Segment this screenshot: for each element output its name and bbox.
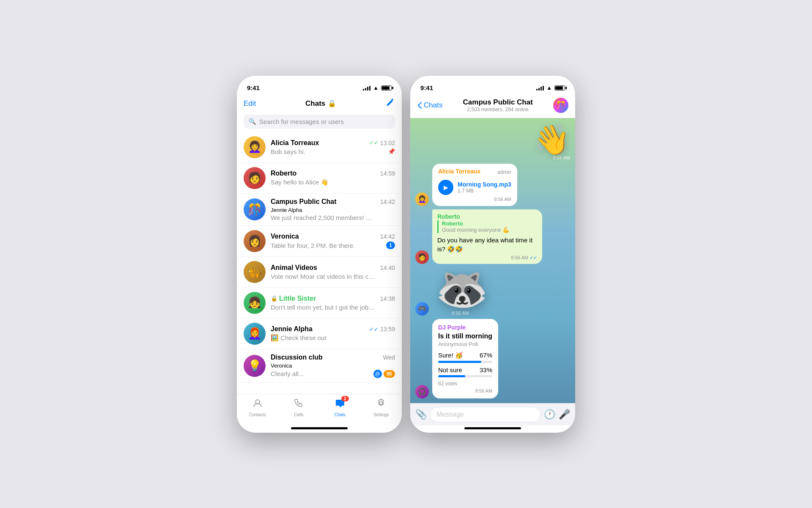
tab-label-chats: Chats (335, 412, 346, 417)
battery-icon (381, 85, 392, 91)
chat-detail-name: Campus Public Chat (446, 98, 550, 107)
chat-name-roberto: Roberto (271, 170, 296, 177)
chat-name-little-sister: Little Sister (279, 295, 316, 302)
chat-item-jennie[interactable]: 👩‍🦰 Jennie Alpha ✓✓ 13:59 🖼️ Check these… (237, 319, 402, 349)
chat-content-little-sister: 🔒 Little Sister 14:38 Don't tell mom yet… (271, 295, 395, 311)
contacts-icon (252, 398, 263, 411)
home-indicator-left (291, 427, 348, 429)
reply-quote-roberto: Roberto Good morning everyone 💪 (437, 220, 537, 233)
chat-time-jennie: 13:59 (380, 326, 395, 332)
chat-time-animal: 14:40 (380, 264, 395, 271)
avatar-animal: 🐆 (244, 261, 266, 283)
chat-name-discussion: Discussion club (271, 354, 323, 361)
chat-content-veronica: Veronica 14:42 Table for four, 2 PM. Be … (271, 233, 395, 249)
audio-size: 1.7 MB (458, 188, 511, 194)
attach-icon[interactable]: 📎 (415, 409, 427, 420)
calls-icon (293, 398, 304, 411)
avatar-discussion: 💡 (244, 355, 266, 377)
chat-content-animal: Animal Videos 14:40 Vote now! Moar cat v… (271, 264, 395, 280)
avatar-msg-alicia: 👩‍🦱 (415, 192, 429, 206)
chats-badge: 2 (341, 396, 349, 401)
chat-item-veronica[interactable]: 👩 Veronica 14:42 Table for four, 2 PM. B… (237, 226, 402, 257)
message-input[interactable]: Message (430, 407, 540, 422)
chat-time-little-sister: 14:38 (380, 295, 395, 302)
chat-detail-info[interactable]: Campus Public Chat 2,503 members, 284 on… (446, 98, 550, 113)
chat-content-discussion: Discussion club Wed Veronica Clearly all… (271, 354, 395, 378)
chat-content-alicia: Alicia Torreaux ✓✓ 13:02 Bob says hi. 📌 (271, 139, 395, 155)
chat-avatar-emoji: 🎊 (556, 101, 565, 110)
chat-preview-little-sister: Don't tell mom yet, but I got the job! I… (271, 304, 376, 311)
tab-calls[interactable]: Calls (278, 398, 320, 417)
avatar-msg-roberto: 🧑 (415, 250, 429, 264)
signal-icon (363, 85, 370, 91)
edit-button[interactable]: Edit (244, 99, 256, 108)
chat-preview-alicia: Bob says hi. (271, 148, 305, 155)
chat-preview-campus: We just reached 2,500 members! WOO! (271, 214, 376, 221)
poll-option-percent-2: 33% (480, 366, 492, 373)
poll-option-1: Sure! 🥳 67% (438, 351, 492, 363)
msg-time-roberto: 8:56 AM ✓✓ (437, 255, 537, 261)
reply-quote-text: Good morning everyone 💪 (442, 227, 537, 233)
chat-content-campus: Campus Public Chat 14:42 Jennie Alpha We… (271, 198, 395, 221)
chat-item-campus[interactable]: 🎊 Campus Public Chat 14:42 Jennie Alpha … (237, 194, 402, 226)
messages-area: 👋 8:56 AM 👩‍🦱 Alicia Torreaux admin (410, 118, 575, 403)
home-indicator-right (464, 427, 521, 429)
poll-question: Is it still morning (438, 332, 492, 340)
chat-item-animal[interactable]: 🐆 Animal Videos 14:40 Vote now! Moar cat… (237, 257, 402, 288)
back-button[interactable]: Chats (417, 101, 442, 110)
admin-badge: admin (497, 169, 511, 175)
poll-bar-1 (438, 361, 481, 363)
chats-title: Chats 🔒 (305, 99, 336, 108)
tab-label-calls: Calls (294, 412, 303, 417)
chat-item-little-sister[interactable]: 👧 🔒 Little Sister 14:38 Don't tell mom y… (237, 288, 402, 319)
poll-option-label-1: Sure! 🥳 (438, 351, 463, 359)
emoji-picker-icon[interactable]: 🕐 (544, 409, 555, 420)
poll-type: Anonymous Poll (438, 341, 492, 347)
poll-bar-2 (438, 375, 465, 377)
signal-icon-right (536, 85, 544, 91)
chat-sub-campus: Jennie Alpha (271, 207, 395, 213)
compose-button[interactable] (386, 98, 395, 110)
message-placeholder: Message (436, 411, 464, 418)
msg-sender-roberto: Roberto (437, 213, 460, 220)
chat-detail-avatar[interactable]: 🎊 (553, 98, 568, 113)
message-roberto: 🧑 Roberto Roberto Good morning everyone … (415, 209, 570, 264)
audio-bubble[interactable]: Alicia Torreaux admin ▶ Morning Song.mp3… (432, 164, 517, 206)
search-bar[interactable]: 🔍 Search for messages or users (244, 115, 395, 129)
avatar-campus: 🎊 (244, 198, 266, 220)
tab-settings[interactable]: Settings (361, 398, 402, 417)
msg-bubble-roberto: Roberto Roberto Good morning everyone 💪 … (432, 209, 542, 264)
mic-icon[interactable]: 🎤 (559, 409, 570, 420)
lock-icon-little-sister: 🔒 (271, 295, 277, 302)
badge-veronica: 1 (386, 242, 395, 249)
chat-preview-discussion: Clearly all... (271, 370, 304, 377)
status-icons-right: ▲ (536, 85, 565, 91)
pin-icon-alicia: 📌 (388, 148, 395, 155)
check-roberto: ✓✓ (529, 255, 537, 260)
chat-time-veronica: 14:42 (380, 233, 395, 240)
sticker-wave: 👋 (533, 122, 570, 157)
chat-preview-roberto: Say hello to Alice 👋 (271, 178, 329, 186)
chat-name-campus: Campus Public Chat (271, 198, 337, 206)
message-wave: 👋 8:56 AM (415, 122, 570, 160)
chat-item-alicia[interactable]: 👩‍🦱 Alicia Torreaux ✓✓ 13:02 Bob says hi… (237, 132, 402, 163)
chat-item-discussion[interactable]: 💡 Discussion club Wed Veronica Clearly a… (237, 349, 402, 383)
settings-icon (376, 398, 387, 411)
avatar-alicia: 👩‍🦱 (244, 136, 266, 158)
messages-content: 👋 8:56 AM 👩‍🦱 Alicia Torreaux admin (410, 118, 575, 403)
chat-name-animal: Animal Videos (271, 264, 317, 272)
nav-bar-left: Edit Chats 🔒 (237, 94, 402, 115)
tab-contacts[interactable]: Contacts (237, 398, 278, 417)
chat-item-roberto[interactable]: 🧑 Roberto 14:59 Say hello to Alice 👋 (237, 163, 402, 194)
play-button[interactable]: ▶ (438, 180, 453, 195)
chat-preview-animal: Vote now! Moar cat videos in this channe… (271, 273, 376, 280)
chat-name-jennie: Jennie Alpha (271, 325, 313, 333)
chat-preview-jennie: 🖼️ Check these out (271, 334, 326, 342)
read-check-alicia: ✓✓ (369, 140, 379, 146)
tab-chats[interactable]: 2 Chats (319, 398, 361, 417)
poll-option-2: Not sure 33% (438, 366, 492, 377)
msg-sender-alicia: Alicia Torreaux (438, 168, 480, 175)
search-placeholder: Search for messages or users (259, 118, 344, 125)
chat-name-veronica: Veronica (271, 233, 299, 240)
avatar-little-sister: 👧 (244, 292, 266, 314)
